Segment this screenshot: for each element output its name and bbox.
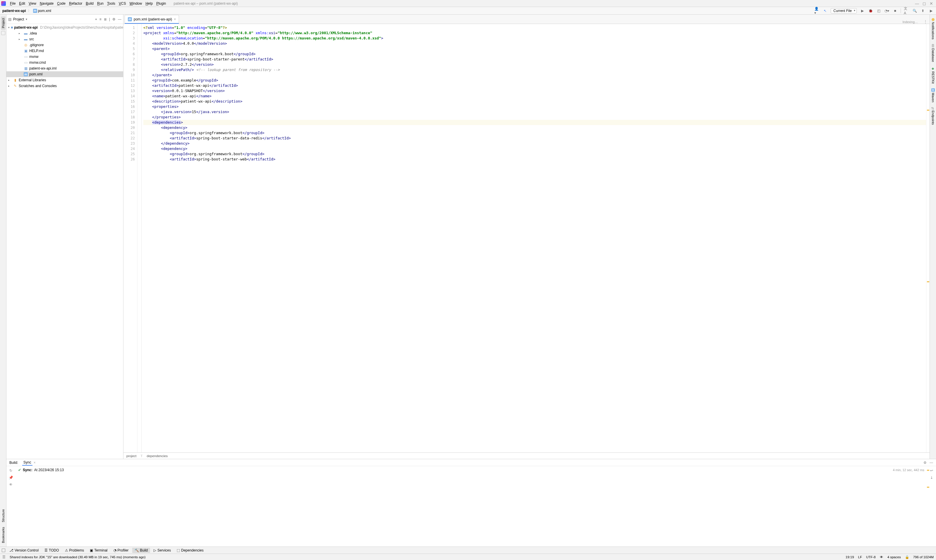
gear-icon[interactable]: ⚙ — [924, 461, 927, 465]
tree-item-mvnw[interactable]: ▭mvnw — [6, 54, 123, 60]
nav-project[interactable]: patient-wx-api — [2, 9, 26, 13]
right-tab-notifications[interactable]: Notifications — [931, 16, 935, 41]
minimize-icon[interactable]: — — [915, 1, 919, 6]
menu-run[interactable]: Run — [96, 2, 105, 6]
bottom-tab-problems[interactable]: ⚠Problems — [63, 548, 86, 553]
tree-root[interactable]: ▾ ■ patient-wx-api D:\DingJiaxiong\IdeaP… — [6, 25, 123, 31]
left-tab-project[interactable]: Project — [1, 16, 6, 30]
menu-code[interactable]: Code — [55, 2, 67, 6]
debug-icon[interactable]: 🐞 — [868, 8, 873, 14]
right-tab-endpoints[interactable]: ⇄Endpoints — [930, 105, 935, 126]
close-tab-icon[interactable]: × — [174, 17, 176, 22]
menu-plugin[interactable]: Plugin — [154, 2, 168, 6]
tree-item--gitignore[interactable]: ◎.gitignore — [6, 42, 123, 48]
line-number-gutter[interactable]: 1234567891011121314151617181920212223242… — [123, 24, 137, 452]
ide-updates-icon[interactable]: ⬆ — [920, 8, 925, 14]
locate-icon[interactable]: ⌖ — [95, 17, 97, 22]
menu-edit[interactable]: Edit — [17, 2, 27, 6]
collapse-all-icon[interactable]: ≣ — [104, 17, 107, 22]
project-view-title[interactable]: Project — [13, 17, 24, 22]
pin-icon[interactable]: 📌 — [9, 475, 13, 480]
tree-external-libraries[interactable]: ▸▮External Libraries — [6, 77, 123, 83]
chevron-down-icon[interactable]: ▾ — [26, 17, 27, 21]
menu-tools[interactable]: Tools — [105, 2, 117, 6]
scroll-end-icon[interactable]: ⤓ — [930, 475, 933, 480]
left-tab-bookmarks[interactable]: Bookmarks — [1, 525, 6, 545]
tree-item-src[interactable]: ▸▬src — [6, 36, 123, 42]
right-tab-restkit[interactable]: ◆RESTKit — [930, 65, 935, 85]
run-config-select[interactable]: Current File — [831, 8, 857, 14]
tool-window-quick-access-icon[interactable] — [2, 549, 5, 552]
back-arrow-icon[interactable]: ↖ — [822, 8, 828, 14]
run-icon[interactable]: ▶ — [860, 8, 865, 14]
profile-icon[interactable]: ◔▾ — [884, 8, 890, 14]
left-tab-structure[interactable]: Structure — [1, 508, 6, 524]
tree-item-patient-wx-api-iml[interactable]: ▦patient-wx-api.iml — [6, 65, 123, 71]
tree-scratches-and-consoles[interactable]: ▸✎Scratches and Consoles — [6, 83, 123, 89]
user-add-icon[interactable]: 👤▾ — [814, 8, 820, 14]
tree-item-HELP-md[interactable]: ▣HELP.md — [6, 48, 123, 54]
status-info-icon[interactable]: ☰ — [2, 555, 6, 559]
project-tree[interactable]: ▾ ■ patient-wx-api D:\DingJiaxiong\IdeaP… — [6, 24, 123, 459]
warning-marker[interactable] — [927, 281, 929, 282]
menu-window[interactable]: Window — [128, 2, 144, 6]
caret-position[interactable]: 19:19 — [846, 555, 854, 559]
bottom-tab-build[interactable]: 🔨Build — [132, 548, 150, 553]
menu-view[interactable]: View — [27, 2, 38, 6]
line-ending[interactable]: LF — [858, 555, 862, 559]
close-build-tab-icon[interactable]: × — [34, 461, 36, 465]
fold-gutter[interactable] — [137, 24, 142, 452]
menu-help[interactable]: Help — [143, 2, 154, 6]
menu-file[interactable]: File — [8, 2, 17, 6]
bottom-tab-services[interactable]: ▷Services — [151, 548, 173, 553]
menu-vcs[interactable]: VCS — [117, 2, 128, 6]
close-icon[interactable]: ✕ — [930, 1, 933, 6]
translate-icon[interactable]: 文A — [904, 8, 909, 14]
left-tab-commit-icon[interactable] — [1, 31, 5, 35]
build-tab-sync[interactable]: Sync — [22, 460, 32, 466]
error-stripe[interactable] — [926, 24, 930, 452]
right-tab-maven[interactable]: mMaven — [931, 86, 935, 104]
tree-item-mvnw-cmd[interactable]: ▭mvnw.cmd — [6, 60, 123, 65]
warning-marker[interactable] — [927, 109, 929, 111]
hide-icon[interactable]: — — [118, 17, 121, 22]
editor-tab-pom[interactable]: m pom.xml (patient-wx-api) × — [125, 15, 179, 24]
bottom-tab-terminal[interactable]: ▣Terminal — [88, 548, 110, 553]
bottom-tab-version-control[interactable]: ⎇Version Control — [7, 548, 41, 553]
memory-indicator[interactable]: 796 of 1024M — [913, 555, 934, 559]
stop-icon[interactable]: ■ — [893, 8, 898, 14]
file-encoding[interactable]: UTF-8 — [866, 555, 876, 559]
build-output[interactable]: ✔ Sync: At 2023/4/26 15:13 4 min, 12 sec… — [15, 466, 927, 546]
menu-navigate[interactable]: Navigate — [38, 2, 55, 6]
rerun-icon[interactable]: ↻ — [9, 469, 12, 472]
bottom-tab-dependencies[interactable]: ⬚Dependencies — [174, 548, 206, 553]
hide-icon[interactable]: — — [930, 461, 933, 465]
tab-more-icon[interactable]: ⋮ — [924, 20, 927, 24]
left-tool-gutter: Project — [0, 15, 6, 459]
bottom-tab-todo[interactable]: ☰TODO — [42, 548, 61, 553]
search-icon[interactable]: 🔍 — [912, 8, 917, 14]
tree-item--idea[interactable]: ▸▬.idea — [6, 31, 123, 36]
lock-icon[interactable]: 🔒 — [905, 555, 909, 559]
warning-marker[interactable] — [927, 470, 929, 471]
warning-marker[interactable] — [927, 487, 929, 488]
maximize-icon[interactable]: ◻ — [922, 1, 926, 6]
readonly-indicator-icon[interactable]: 👁 — [880, 555, 884, 559]
branch-icon: ⎇ — [9, 548, 14, 552]
menu-refactor[interactable]: Refactor — [67, 2, 84, 6]
soft-wrap-icon[interactable]: ↩ — [930, 469, 933, 472]
gear-icon[interactable]: ⚙ — [112, 17, 116, 22]
menu-build[interactable]: Build — [84, 2, 96, 6]
coverage-icon[interactable]: ◰ — [876, 8, 881, 14]
editor-breadcrumbs[interactable]: project T dependencies — [123, 452, 930, 459]
indent-info[interactable]: 4 spaces — [887, 555, 901, 559]
nav-file[interactable]: m pom.xml — [33, 9, 51, 13]
code-with-me-icon[interactable]: ▶ — [928, 8, 934, 14]
right-tab-database[interactable]: 🗄Database — [931, 42, 935, 64]
code-editor[interactable]: <?xml version="1.0" encoding="UTF-8"?><p… — [142, 24, 926, 452]
project-tool-window: ▤ Project ▾ ⌖ ≡ ≣ | ⚙ — ▾ ■ patient-wx-a… — [6, 15, 123, 459]
eye-icon[interactable]: 👁 — [9, 483, 12, 487]
expand-all-icon[interactable]: ≡ — [99, 17, 102, 22]
tree-item-pom-xml[interactable]: mpom.xml — [6, 71, 123, 77]
bottom-tab-profiler[interactable]: ◔Profiler — [111, 548, 131, 553]
